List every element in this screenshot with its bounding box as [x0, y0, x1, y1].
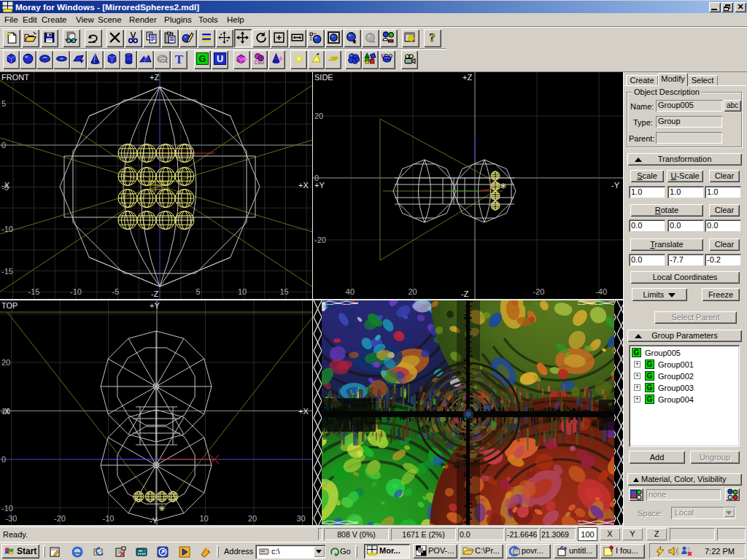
- svg-text:-Z: -Z: [151, 289, 159, 298]
- svg-text:15: 15: [280, 287, 289, 296]
- svg-text:10: 10: [1, 407, 10, 416]
- svg-text:10: 10: [238, 287, 247, 296]
- svg-text:+Z: +Z: [462, 73, 472, 82]
- svg-text:+X: +X: [298, 407, 309, 416]
- svg-text:-10: -10: [70, 287, 82, 296]
- svg-text:30: 30: [297, 514, 306, 523]
- svg-text:SIDE: SIDE: [314, 73, 333, 82]
- svg-text:-5: -5: [1, 183, 9, 192]
- svg-text:0: 0: [1, 455, 6, 464]
- svg-text:-10: -10: [103, 514, 115, 523]
- svg-text:5: 5: [1, 99, 6, 108]
- svg-text:FRONT: FRONT: [1, 73, 29, 82]
- svg-text:G: G: [199, 53, 206, 64]
- svg-text:40: 40: [346, 287, 355, 296]
- svg-text:-30: -30: [6, 514, 18, 523]
- svg-text:+X: +X: [298, 181, 309, 190]
- svg-text:10: 10: [200, 514, 209, 523]
- svg-text:T: T: [175, 52, 184, 65]
- svg-text:20: 20: [408, 287, 417, 296]
- svg-text:-20: -20: [533, 287, 545, 296]
- svg-text:-5: -5: [112, 287, 120, 296]
- svg-text:-10: -10: [1, 225, 13, 233]
- svg-text:-15: -15: [28, 287, 40, 296]
- svg-text:-10: -10: [1, 504, 13, 513]
- svg-text:-20: -20: [54, 514, 66, 523]
- svg-text:+Y: +Y: [150, 301, 160, 310]
- svg-text:5: 5: [196, 287, 201, 296]
- svg-text:20: 20: [248, 514, 257, 523]
- svg-text:-15: -15: [1, 267, 13, 276]
- svg-text:20: 20: [1, 358, 10, 367]
- svg-text:-Y: -Y: [611, 181, 620, 190]
- svg-text:-20: -20: [314, 236, 326, 244]
- svg-text:0: 0: [314, 174, 319, 182]
- svg-text:20: 20: [314, 112, 323, 120]
- svg-text:U: U: [217, 53, 223, 64]
- svg-text:-Y: -Y: [150, 516, 158, 525]
- svg-text:+Z: +Z: [150, 73, 159, 82]
- svg-text:CSG: CSG: [255, 60, 265, 65]
- svg-text:0: 0: [1, 141, 6, 149]
- svg-text:-40: -40: [595, 287, 607, 296]
- svg-text:?: ?: [430, 31, 436, 44]
- svg-text:-Z: -Z: [461, 289, 469, 298]
- svg-text:TOP: TOP: [1, 301, 18, 310]
